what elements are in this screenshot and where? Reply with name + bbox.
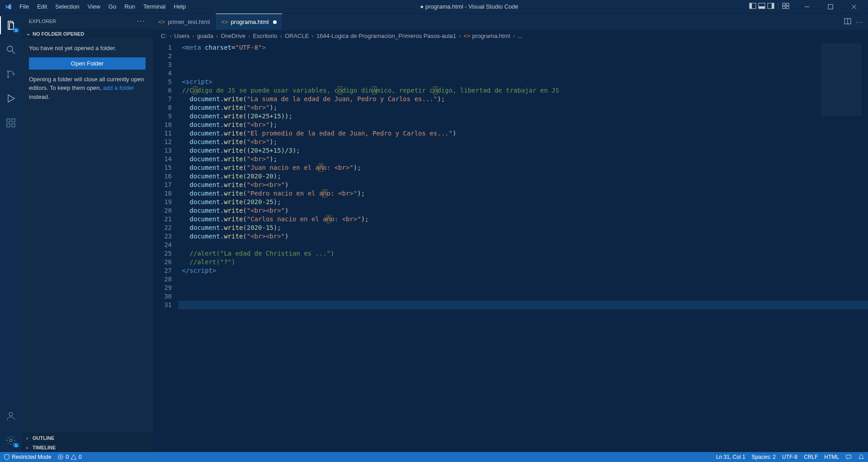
sidebar-title: EXPLORER — [29, 19, 56, 24]
breadcrumb-symbol[interactable]: ... — [518, 33, 523, 39]
explorer-badge: 1 — [13, 28, 19, 33]
menu-file[interactable]: File — [16, 1, 33, 12]
status-language[interactable]: HTML — [824, 454, 839, 460]
split-editor-icon[interactable] — [844, 18, 851, 26]
close-button[interactable] — [844, 0, 864, 14]
settings-badge: 1 — [13, 443, 19, 448]
sidebar-header: EXPLORER ··· — [22, 14, 153, 29]
tab-bar: <> primer_test.html <> programa.html ··· — [153, 14, 868, 30]
html-file-icon: <> — [158, 19, 165, 25]
section-outline-label: OUTLINE — [33, 435, 54, 441]
html-file-icon: <> — [221, 19, 228, 25]
window-title: ● programa.html - Visual Studio Code — [189, 3, 749, 10]
menu-run[interactable]: Run — [121, 1, 139, 12]
svg-rect-20 — [12, 119, 15, 122]
breadcrumb-part[interactable]: OneDrive — [221, 33, 245, 39]
maximize-button[interactable] — [820, 0, 841, 14]
breadcrumb-part[interactable]: Escritorio — [253, 33, 277, 39]
svg-rect-6 — [783, 3, 785, 5]
status-eol[interactable]: CRLF — [804, 454, 818, 460]
chevron-right-icon: › — [170, 33, 171, 39]
tab-primer-test[interactable]: <> primer_test.html — [153, 14, 216, 30]
status-bar: Restricted Mode 0 0 Ln 31, Col 1 Spaces:… — [0, 452, 868, 462]
add-folder-link[interactable]: add a folder — [103, 84, 134, 91]
layout-toggle-panel-icon[interactable] — [758, 2, 765, 11]
minimize-button[interactable] — [797, 0, 817, 14]
chevron-right-icon: › — [513, 33, 514, 39]
activity-run-debug[interactable] — [0, 89, 22, 107]
svg-point-17 — [7, 76, 9, 78]
svg-point-14 — [7, 46, 13, 51]
layout-toggle-secondary-icon[interactable] — [767, 2, 774, 11]
menu-go[interactable]: Go — [105, 1, 120, 12]
menu-terminal[interactable]: Terminal — [140, 1, 169, 12]
separator — [778, 2, 778, 9]
code-lines[interactable]: <meta charset="UTF-8"> <script> //Código… — [178, 42, 868, 452]
sidebar-more-icon[interactable]: ··· — [137, 17, 146, 25]
chevron-right-icon: › — [280, 33, 282, 39]
tab-label: primer_test.html — [168, 19, 210, 25]
dirty-indicator-icon — [273, 20, 277, 24]
status-restricted-mode[interactable]: Restricted Mode — [4, 454, 51, 460]
breadcrumb-part[interactable]: guada — [197, 33, 213, 39]
menu-bar: File Edit Selection View Go Run Terminal… — [16, 1, 189, 12]
no-folder-msg: You have not yet opened a folder. — [29, 44, 146, 53]
breadcrumbs[interactable]: C:›Users›guada›OneDrive›Escritorio›ORACL… — [153, 30, 868, 42]
svg-rect-11 — [828, 5, 833, 9]
breadcrumb-part[interactable]: ORACLE — [285, 33, 309, 39]
section-outline[interactable]: ›OUTLINE — [22, 433, 153, 443]
activity-extensions[interactable] — [0, 114, 22, 132]
line-number-gutter: 1234567891011121314151617181920212223242… — [153, 42, 178, 452]
minimap[interactable] — [821, 43, 862, 116]
chevron-right-icon: › — [248, 33, 250, 39]
status-restricted-label: Restricted Mode — [12, 454, 51, 460]
svg-point-18 — [13, 73, 14, 75]
svg-rect-3 — [759, 6, 765, 9]
svg-rect-9 — [786, 6, 789, 9]
status-problems[interactable]: 0 0 — [57, 454, 81, 460]
breadcrumb-part[interactable]: Users — [174, 33, 189, 39]
code-editor[interactable]: 1234567891011121314151617181920212223242… — [153, 42, 868, 452]
svg-rect-5 — [772, 3, 774, 9]
section-timeline[interactable]: ›TIMELINE — [22, 443, 153, 452]
menu-selection[interactable]: Selection — [52, 1, 83, 12]
svg-point-24 — [9, 439, 12, 442]
vscode-logo-icon — [0, 3, 16, 10]
editor-scrollbar[interactable] — [862, 42, 868, 452]
status-line-col[interactable]: Ln 31, Col 1 — [716, 454, 745, 460]
chevron-right-icon: › — [216, 33, 218, 39]
svg-rect-8 — [783, 6, 785, 9]
breadcrumb-part[interactable]: C: — [161, 33, 167, 39]
activity-search[interactable] — [0, 41, 22, 59]
chevron-right-icon: › — [26, 445, 31, 450]
status-indent[interactable]: Spaces: 2 — [752, 454, 776, 460]
menu-help[interactable]: Help — [170, 1, 189, 12]
editor-group: <> primer_test.html <> programa.html ···… — [153, 14, 868, 452]
status-notifications-icon[interactable] — [858, 454, 864, 460]
tab-programa[interactable]: <> programa.html — [216, 14, 283, 30]
breadcrumb-part[interactable]: 1644-Logica de Programacion_Primeros Pas… — [316, 33, 456, 39]
svg-rect-7 — [786, 3, 789, 5]
layout-customize-icon[interactable] — [782, 2, 789, 11]
status-feedback-icon[interactable] — [845, 454, 852, 460]
chevron-right-icon: › — [459, 33, 461, 39]
no-folder-hint-b: instead. — [29, 93, 50, 100]
status-encoding[interactable]: UTF-8 — [782, 454, 797, 460]
activity-explorer[interactable]: 1 — [0, 16, 22, 34]
breadcrumb-file[interactable]: programa.html — [472, 33, 510, 39]
menu-view[interactable]: View — [84, 1, 104, 12]
open-folder-button[interactable]: Open Folder — [29, 57, 146, 70]
activity-accounts[interactable] — [0, 407, 22, 425]
svg-point-23 — [9, 412, 13, 416]
layout-toggle-sidebar-icon[interactable] — [749, 2, 756, 11]
activity-settings[interactable]: 1 — [0, 431, 22, 449]
chevron-right-icon: › — [192, 33, 194, 39]
title-bar: File Edit Selection View Go Run Terminal… — [0, 0, 868, 14]
activity-source-control[interactable] — [0, 65, 22, 83]
sidebar-explorer: EXPLORER ··· ⌄ NO FOLDER OPENED You have… — [22, 14, 153, 452]
chevron-right-icon: › — [26, 435, 31, 441]
menu-edit[interactable]: Edit — [33, 1, 51, 12]
html-file-icon: <> — [463, 33, 470, 39]
editor-more-icon[interactable]: ··· — [856, 19, 863, 25]
section-no-folder[interactable]: ⌄ NO FOLDER OPENED — [22, 29, 153, 38]
